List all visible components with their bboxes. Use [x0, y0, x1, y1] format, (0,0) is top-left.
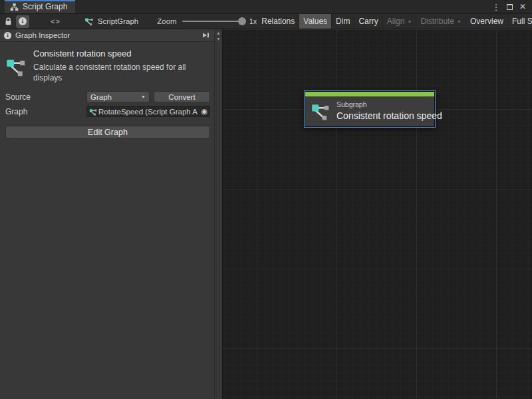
dropdown-arrow-icon: ▼ — [141, 94, 146, 99]
script-graph-asset-icon — [89, 108, 97, 116]
graph-object-value: RotateSpeed (Script Graph A — [98, 108, 200, 116]
toolbar-button-relations[interactable]: Relations — [257, 14, 299, 29]
object-picker-icon[interactable]: ◉ — [200, 107, 208, 116]
lock-button[interactable] — [2, 15, 15, 28]
source-row: Source Graph ▼ Convert — [5, 91, 210, 102]
inspector-form: Source Graph ▼ Convert Graph — [0, 91, 214, 120]
graph-object-field[interactable]: RotateSpeed (Script Graph A ◉ — [86, 106, 210, 117]
main-area: i Graph Inspector — [0, 29, 532, 399]
toolbar-button-overview[interactable]: Overview — [466, 14, 507, 29]
zoom-slider-handle[interactable] — [238, 17, 246, 25]
zoom-slider-track — [182, 21, 243, 22]
zoom-slider[interactable] — [182, 17, 243, 25]
graph-info-section: Consistent rotation speed Calculate a co… — [0, 42, 214, 91]
graph-toolbar: i <> ScriptGraph Zoom 1x — [0, 14, 532, 29]
graph-description: Calculate a consistent rotation speed fo… — [33, 62, 207, 83]
window-controls: ⋮ ✕ — [491, 0, 532, 13]
node-body: Subgraph Consistent rotation speed — [305, 96, 434, 126]
graph-inspector-title: Graph Inspector — [15, 31, 70, 39]
window-tab-bar: Script Graph ⋮ ✕ — [0, 0, 532, 14]
graph-info-text: Consistent rotation speed Calculate a co… — [33, 49, 209, 83]
subgraph-node-icon — [311, 101, 331, 121]
inspector-toggle-button[interactable]: i — [16, 15, 29, 28]
close-icon[interactable]: ✕ — [517, 1, 528, 12]
window-menu-icon[interactable]: ⋮ — [491, 1, 501, 12]
source-dropdown[interactable]: Graph ▼ — [86, 91, 150, 102]
zoom-control: Zoom 1x — [157, 17, 257, 25]
graph-inspector-header: i Graph Inspector — [0, 29, 214, 42]
dock-panel-button[interactable] — [200, 31, 211, 41]
scroll-down-icon[interactable]: ▼ — [216, 37, 221, 43]
toolbar-button-distribute: Distribute ▼ — [416, 14, 466, 29]
graph-title: Consistent rotation speed — [33, 49, 209, 59]
toolbar-button-dim[interactable]: Dim — [331, 14, 354, 29]
toolbar-button-values[interactable]: Values — [299, 14, 331, 29]
subgraph-node[interactable]: Subgraph Consistent rotation speed — [304, 90, 436, 128]
zoom-label: Zoom — [157, 17, 176, 25]
zoom-value: 1x — [249, 17, 257, 25]
active-tab-indicator — [5, 0, 75, 1]
node-kind-label: Subgraph — [336, 100, 428, 108]
inspector-scrollbar[interactable]: ▲ ▼ — [214, 29, 223, 399]
maximize-icon[interactable] — [504, 1, 515, 12]
info-icon: i — [4, 32, 11, 39]
graph-canvas[interactable]: Subgraph Consistent rotation speed — [223, 29, 532, 399]
graph-inspector-panel: i Graph Inspector — [0, 29, 214, 399]
convert-button[interactable]: Convert — [154, 91, 210, 102]
graph-row: Graph RotateSpeed (Scr — [5, 106, 210, 117]
code-icon: <> — [51, 17, 61, 25]
align-label: Align — [387, 17, 405, 26]
node-text: Subgraph Consistent rotation speed — [336, 100, 428, 121]
breadcrumb[interactable]: ScriptGraph — [84, 17, 138, 26]
dropdown-arrow-icon: ▼ — [457, 19, 462, 24]
tab-script-graph[interactable]: Script Graph — [5, 0, 75, 13]
breadcrumb-label: ScriptGraph — [98, 17, 138, 25]
info-icon: i — [19, 17, 27, 25]
node-title: Consistent rotation speed — [336, 110, 428, 121]
script-graph-window: Script Graph ⋮ ✕ i <> — [0, 0, 532, 399]
graph-hierarchy-icon — [10, 3, 19, 11]
node-header-bar — [305, 92, 434, 96]
dropdown-arrow-icon: ▼ — [407, 19, 412, 24]
source-label: Source — [5, 92, 86, 102]
distribute-label: Distribute — [420, 17, 454, 26]
scroll-up-icon[interactable]: ▲ — [216, 31, 221, 37]
toolbar-button-full-screen[interactable]: Full Screen — [507, 14, 532, 29]
edit-graph-button[interactable]: Edit Graph — [5, 126, 210, 139]
code-view-button[interactable]: <> — [48, 15, 63, 28]
toolbar-toggle-group: Relations Values Dim Carry Align ▼ Distr… — [257, 14, 532, 29]
lock-icon — [5, 17, 12, 26]
dock-panel-icon — [201, 31, 209, 39]
toolbar-button-align: Align ▼ — [382, 14, 416, 29]
tab-label: Script Graph — [23, 2, 67, 11]
toolbar-button-carry[interactable]: Carry — [354, 14, 382, 29]
source-dropdown-value: Graph — [90, 93, 112, 101]
graph-field-label: Graph — [5, 107, 86, 116]
script-graph-icon — [84, 17, 94, 26]
subgraph-icon — [5, 49, 27, 83]
